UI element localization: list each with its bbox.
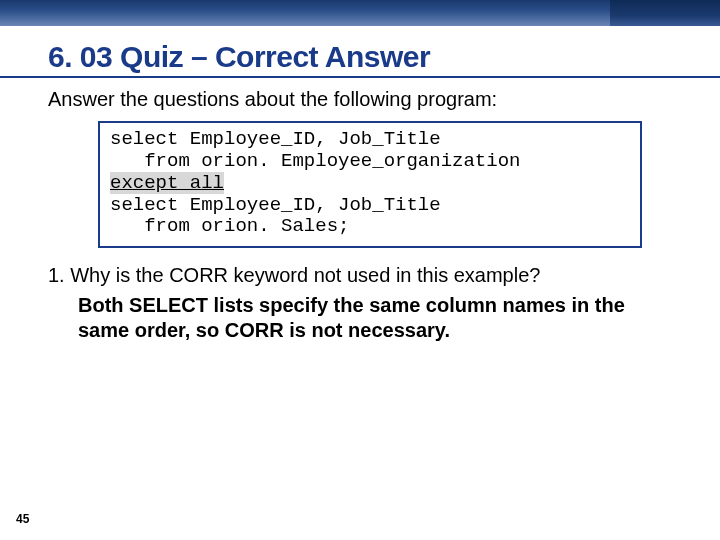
code-block: select Employee_ID, Job_Title from orion… bbox=[98, 121, 642, 248]
code-highlight: except all bbox=[110, 172, 224, 194]
page-title: 6. 03 Quiz – Correct Answer bbox=[48, 40, 720, 74]
intro-text: Answer the questions about the following… bbox=[48, 88, 672, 111]
slide-content: Answer the questions about the following… bbox=[0, 88, 720, 343]
title-underline bbox=[0, 76, 720, 78]
question-text: 1. Why is the CORR keyword not used in t… bbox=[48, 264, 672, 287]
code-line: select Employee_ID, Job_Title bbox=[110, 194, 441, 216]
top-banner bbox=[0, 0, 720, 26]
code-line: select Employee_ID, Job_Title bbox=[110, 128, 441, 150]
code-line: from orion. Employee_organization bbox=[110, 150, 520, 172]
code-line: from orion. Sales; bbox=[110, 215, 349, 237]
answer-text: Both SELECT lists specify the same colum… bbox=[78, 293, 648, 343]
page-number: 45 bbox=[16, 512, 29, 526]
